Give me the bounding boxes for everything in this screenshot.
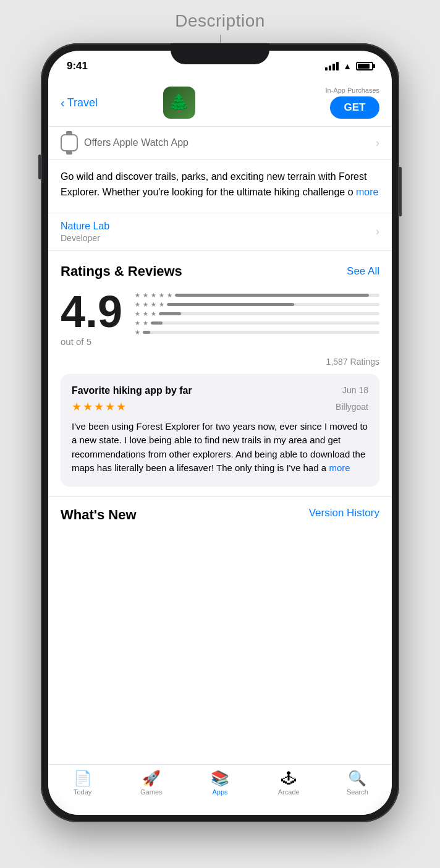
app-icon: 🌲	[163, 87, 195, 119]
today-icon: 📄	[74, 771, 92, 786]
apps-icon: 📚	[211, 771, 229, 786]
ratings-title: Ratings & Reviews	[61, 263, 182, 279]
developer-label: Developer	[61, 233, 109, 243]
tab-apps-label: Apps	[212, 788, 227, 796]
rating-count: 1,587 Ratings	[61, 354, 379, 374]
star-row-4: ★★★★	[135, 301, 379, 308]
signal-icon	[325, 62, 339, 70]
app-header: ‹ Travel 🌲 In-App Purchases GET	[48, 82, 392, 126]
tab-arcade-label: Arcade	[278, 788, 300, 796]
description-body: Go wild and discover trails, parks, and …	[61, 171, 366, 197]
review-date: Jun 18	[342, 385, 368, 395]
rating-out-of: out of 5	[61, 336, 91, 347]
tab-search[interactable]: 🔍 Search	[323, 771, 392, 796]
phone-frame: 9:41 ▲ ‹ Tra	[41, 43, 399, 822]
arcade-icon: 🕹	[281, 771, 296, 786]
rating-number: 4.9	[61, 289, 122, 334]
games-icon: 🚀	[142, 771, 161, 786]
version-history-button[interactable]: Version History	[309, 507, 379, 523]
review-card: Favorite hiking app by far Jun 18 ★★★★★ …	[61, 374, 379, 487]
star-row-3: ★★★	[135, 310, 379, 317]
rating-big: 4.9 out of 5	[61, 289, 122, 347]
search-icon: 🔍	[348, 771, 366, 786]
battery-icon	[356, 62, 373, 70]
rating-bars: ★★★★★★★★★★★★★★★	[135, 289, 379, 341]
chevron-right-icon: ›	[376, 137, 379, 150]
review-more-button[interactable]: more	[329, 462, 350, 473]
developer-name: Nature Lab	[61, 221, 109, 232]
back-button[interactable]: ‹ Travel	[61, 96, 98, 109]
in-app-label: In-App Purchases	[326, 87, 379, 94]
tab-today-label: Today	[74, 788, 91, 796]
review-stars-author: ★★★★★ Billygoat	[72, 400, 368, 414]
app-header-right: In-App Purchases GET	[326, 87, 379, 119]
tab-games[interactable]: 🚀 Games	[117, 771, 185, 796]
apple-watch-text: Offers Apple Watch App	[84, 137, 188, 148]
ratings-header: Ratings & Reviews See All	[61, 263, 379, 279]
get-button[interactable]: GET	[330, 96, 379, 119]
phone-screen: 9:41 ▲ ‹ Tra	[48, 51, 392, 815]
outer-wrapper: Description 9:41 ▲	[0, 0, 440, 868]
see-all-button[interactable]: See All	[347, 265, 379, 278]
whats-new-section: What's New Version History	[48, 496, 392, 528]
stars-visual: ★★★★★★★★★★★★★★★	[135, 292, 379, 336]
tab-arcade[interactable]: 🕹 Arcade	[255, 771, 323, 796]
wifi-icon: ▲	[343, 61, 352, 71]
ratings-section: Ratings & Reviews See All 4.9 out of 5 ★…	[48, 251, 392, 374]
developer-row[interactable]: Nature Lab Developer ›	[48, 213, 392, 251]
status-time: 9:41	[67, 60, 88, 72]
developer-chevron-icon: ›	[376, 225, 379, 238]
watch-icon	[61, 134, 78, 151]
tab-search-label: Search	[347, 788, 368, 796]
star-row-1: ★	[135, 329, 379, 336]
status-icons: ▲	[325, 61, 373, 71]
tab-today[interactable]: 📄 Today	[48, 771, 117, 796]
tab-bar: 📄 Today 🚀 Games 📚 Apps 🕹 Arcade 🔍	[48, 764, 392, 815]
app-icon-tree: 🌲	[168, 93, 190, 113]
apple-watch-row[interactable]: Offers Apple Watch App ›	[48, 126, 392, 160]
phone-notch	[171, 43, 269, 64]
annotation-label: Description	[175, 11, 265, 31]
developer-info: Nature Lab Developer	[61, 221, 109, 243]
description-text: Go wild and discover trails, parks, and …	[48, 160, 392, 210]
review-header: Favorite hiking app by far Jun 18	[72, 385, 368, 396]
star-row-2: ★★	[135, 320, 379, 326]
back-chevron-icon: ‹	[61, 96, 65, 109]
star-row-5: ★★★★★	[135, 292, 379, 299]
rating-summary: 4.9 out of 5 ★★★★★★★★★★★★★★★	[61, 289, 379, 347]
content-area[interactable]: Offers Apple Watch App › Go wild and dis…	[48, 126, 392, 764]
review-author: Billygoat	[336, 402, 368, 412]
description-more-button[interactable]: more	[356, 187, 378, 197]
review-stars: ★★★★★	[72, 400, 127, 414]
whats-new-title: What's New	[61, 507, 137, 523]
review-text: I've been using Forest Explorer for two …	[72, 421, 368, 474]
back-label: Travel	[67, 96, 98, 109]
tab-apps[interactable]: 📚 Apps	[185, 771, 254, 796]
tab-games-label: Games	[140, 788, 162, 796]
review-title: Favorite hiking app by far	[72, 385, 192, 396]
apple-watch-left: Offers Apple Watch App	[61, 134, 188, 151]
